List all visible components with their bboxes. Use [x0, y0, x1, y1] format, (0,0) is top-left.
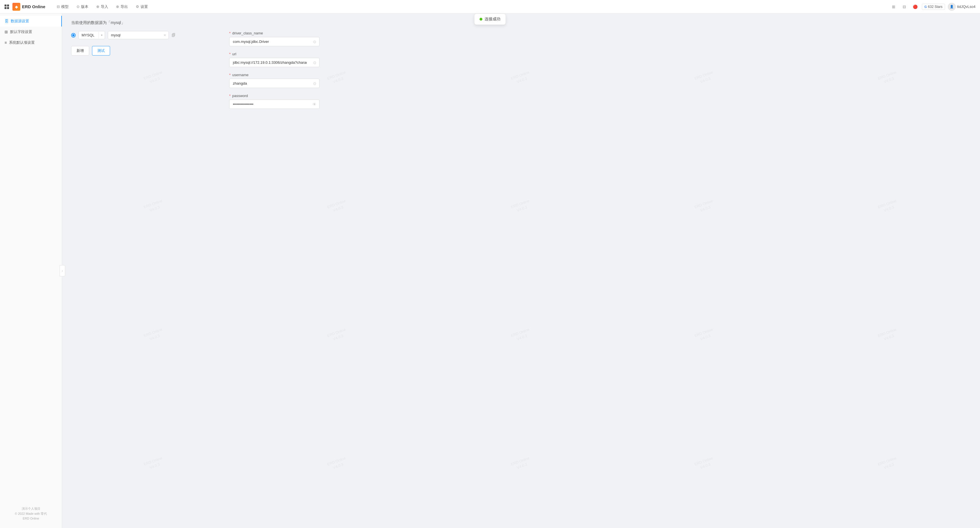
watermark-18: ERD OnlineV4.0.3 — [510, 455, 532, 472]
password-input-wrap: 👁 — [229, 100, 320, 109]
nav-model-label: 模型 — [61, 4, 68, 9]
username-label: * username — [229, 73, 320, 77]
watermark-15: ERD OnlineV4.0.3 — [877, 327, 899, 343]
username-input[interactable] — [229, 79, 310, 88]
username-field: * username ⊙ — [229, 73, 320, 88]
connection-toast: 连接成功 — [474, 14, 506, 25]
user-name: tidJQvLso4 — [957, 5, 975, 9]
footer-line2: © 2022 Made with 零代 — [5, 511, 57, 517]
navbar: ERD Online ⊟ 模型 ⊙ 版本 ⊕ 导入 ⊕ 导出 ⚙ 设置 — [0, 0, 980, 14]
nav-settings-label: 设置 — [140, 4, 148, 9]
watermark-10: ERD OnlineV4.0.3 — [877, 198, 899, 215]
db-selector-row: MYSQL ▾ ✕ 🗐 — [71, 31, 207, 39]
nav-settings[interactable]: ⚙ 设置 — [132, 3, 151, 11]
main-layout: 🗄 数据源设置 ⊞ 默认字段设置 ≡ 系统默认项设置 ‹ 演示个人项目 © 20… — [0, 14, 980, 528]
sidebar-item-datasource[interactable]: 🗄 数据源设置 — [0, 16, 62, 27]
alert-icon[interactable]: 🔴 — [911, 3, 919, 11]
footer-line3: ERD Online — [5, 516, 57, 521]
watermark-17: ERD OnlineV4.0.3 — [326, 455, 348, 472]
nav-items: ⊟ 模型 ⊙ 版本 ⊕ 导入 ⊕ 导出 ⚙ 设置 — [53, 3, 151, 11]
db-radio[interactable] — [71, 33, 76, 38]
nav-version[interactable]: ⊙ 版本 — [73, 3, 92, 11]
test-button[interactable]: 测试 — [92, 46, 110, 55]
content-area: ERD OnlineV4.0.3 ERD OnlineV4.0.3 ERD On… — [62, 14, 980, 528]
username-clear-icon[interactable]: ⊙ — [310, 81, 319, 86]
nav-import[interactable]: ⊕ 导入 — [93, 3, 111, 11]
version-icon: ⊙ — [76, 5, 80, 9]
url-input[interactable] — [229, 58, 310, 67]
default-fields-icon: ⊞ — [5, 30, 8, 34]
driver-class-input[interactable] — [229, 37, 310, 46]
watermark-16: ERD OnlineV4.0.3 — [143, 455, 165, 472]
footer-line1: 演示个人项目 — [5, 506, 57, 511]
url-input-wrap: ⊙ — [229, 58, 320, 67]
settings-icon: ⚙ — [136, 5, 139, 9]
username-input-wrap: ⊙ — [229, 79, 320, 88]
driver-class-input-wrap: ⊙ — [229, 37, 320, 46]
form-content: 当前使用的数据源为「mysql」 MYSQL ▾ ✕ — [62, 14, 980, 121]
db-name-input[interactable] — [108, 31, 161, 39]
sidebar-item-default-fields[interactable]: ⊞ 默认字段设置 — [0, 27, 62, 37]
avatar-icon: 👤 — [948, 3, 956, 11]
model-icon: ⊟ — [57, 5, 60, 9]
current-db-info: 当前使用的数据源为「mysql」 — [71, 20, 971, 25]
db-type-value: MYSQL — [79, 31, 99, 39]
import-icon: ⊕ — [96, 5, 99, 9]
watermark-14: ERD OnlineV4.0.3 — [694, 327, 716, 343]
app-logo: ERD Online — [13, 3, 45, 11]
nav-import-label: 导入 — [101, 4, 108, 9]
logo-icon — [13, 3, 20, 11]
url-field: * url ⊙ — [229, 52, 320, 67]
url-clear-icon[interactable]: ⊙ — [310, 60, 319, 65]
sidebar-datasource-label: 数据源设置 — [11, 19, 29, 24]
watermark-11: ERD OnlineV4.0.3 — [143, 327, 165, 343]
watermark-7: ERD OnlineV4.0.3 — [326, 198, 348, 215]
navbar-right: ⊞ ⊟ 🔴 G 632 Stars 👤 tidJQvLso4 — [890, 3, 975, 11]
user-menu[interactable]: 👤 tidJQvLso4 — [948, 3, 975, 11]
db-name-clear-icon[interactable]: ✕ — [161, 33, 169, 37]
password-field: * password 👁 — [229, 94, 320, 109]
add-button[interactable]: 新增 — [71, 46, 89, 55]
watermark-13: ERD OnlineV4.0.3 — [510, 327, 532, 343]
url-label: * url — [229, 52, 320, 56]
watermark-20: ERD OnlineV4.0.3 — [877, 455, 899, 472]
driver-class-field: * driver_class_name ⊙ — [229, 31, 320, 46]
sidebar-default-fields-label: 默认字段设置 — [10, 29, 32, 35]
sidebar-collapse-button[interactable]: ‹ — [60, 265, 65, 276]
password-input[interactable] — [229, 100, 310, 109]
nav-export-label: 导出 — [121, 4, 128, 9]
db-name-input-wrap: ✕ — [108, 31, 169, 39]
select-arrow-icon[interactable]: ▾ — [99, 32, 105, 38]
nav-export[interactable]: ⊕ 导出 — [113, 3, 131, 11]
form-right: * driver_class_name ⊙ * url — [229, 31, 320, 114]
driver-class-clear-icon[interactable]: ⊙ — [310, 40, 319, 44]
db-type-select[interactable]: MYSQL ▾ — [78, 31, 105, 39]
copy-icon[interactable]: 🗐 — [172, 33, 175, 38]
sidebar-system-defaults-label: 系统默认项设置 — [9, 40, 35, 45]
navbar-left: ERD Online ⊟ 模型 ⊙ 版本 ⊕ 导入 ⊕ 导出 ⚙ 设置 — [5, 3, 151, 11]
g-icon: G — [924, 5, 927, 8]
password-label: * password — [229, 94, 320, 98]
form-left: MYSQL ▾ ✕ 🗐 新增 测试 — [71, 31, 207, 114]
app-title: ERD Online — [22, 4, 45, 9]
datasource-icon: 🗄 — [5, 19, 8, 24]
nav-version-label: 版本 — [81, 4, 88, 9]
username-required-mark: * — [229, 73, 231, 77]
watermark-6: ERD OnlineV4.0.3 — [143, 198, 165, 215]
sidebar-item-system-defaults[interactable]: ≡ 系统默认项设置 — [0, 37, 62, 48]
nav-model[interactable]: ⊟ 模型 — [53, 3, 72, 11]
url-required-mark: * — [229, 52, 231, 56]
password-toggle-icon[interactable]: 👁 — [310, 102, 319, 106]
grid-view-icon[interactable]: ⊞ — [890, 3, 897, 11]
table-view-icon[interactable]: ⊟ — [900, 3, 908, 11]
watermark-12: ERD OnlineV4.0.3 — [326, 327, 348, 343]
driver-class-label: * driver_class_name — [229, 31, 320, 35]
watermark-9: ERD OnlineV4.0.3 — [694, 198, 716, 215]
grid-icon[interactable] — [5, 5, 9, 9]
action-buttons: 新增 测试 — [71, 46, 207, 55]
sidebar-footer: 演示个人项目 © 2022 Made with 零代 ERD Online — [0, 502, 62, 526]
sidebar: 🗄 数据源设置 ⊞ 默认字段设置 ≡ 系统默认项设置 ‹ 演示个人项目 © 20… — [0, 14, 62, 528]
stars-badge[interactable]: G 632 Stars — [922, 4, 945, 10]
stars-count: 632 Stars — [928, 5, 942, 9]
watermark-8: ERD OnlineV4.0.3 — [510, 198, 532, 215]
